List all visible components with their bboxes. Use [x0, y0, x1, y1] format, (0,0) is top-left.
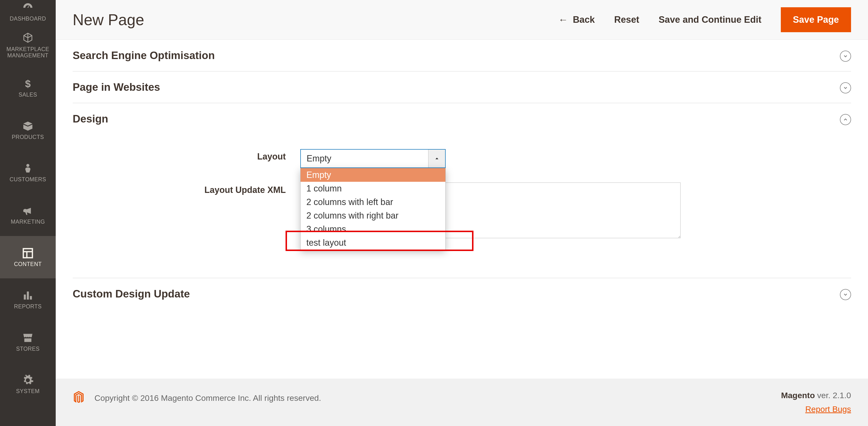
sidebar-item-label: CONTENT	[14, 261, 42, 267]
sidebar-item-label: MARKETPLACE MANAGEMENT	[0, 46, 56, 59]
layout-option-test[interactable]: test layout	[301, 236, 445, 250]
caret-up-icon[interactable]	[428, 150, 445, 167]
version-number: ver. 2.1.0	[815, 391, 851, 400]
sidebar-item-content[interactable]: CONTENT	[0, 236, 56, 278]
reset-button[interactable]: Reset	[614, 14, 640, 25]
megaphone-icon	[22, 205, 34, 217]
layout-icon	[22, 247, 34, 259]
layout-update-xml-label: Layout Update XML	[198, 183, 300, 195]
copyright-text: Copyright © 2016 Magento Commerce Inc. A…	[94, 393, 321, 403]
footer-left: Copyright © 2016 Magento Commerce Inc. A…	[73, 391, 321, 405]
sidebar-item-label: DASHBOARD	[10, 16, 46, 22]
svg-point-1	[26, 164, 30, 167]
svg-rect-5	[24, 295, 26, 300]
chevron-down-icon[interactable]	[840, 82, 851, 93]
svg-rect-2	[23, 249, 32, 258]
section-title: Search Engine Optimisation	[73, 50, 851, 62]
sidebar-item-stores[interactable]: STORES	[0, 321, 56, 363]
layout-label: Layout	[198, 149, 300, 162]
back-button[interactable]: ← Back	[558, 14, 595, 25]
store-icon	[22, 332, 34, 344]
svg-rect-7	[30, 296, 32, 300]
header-actions: ← Back Reset Save and Continue Edit Save…	[558, 7, 851, 32]
sidebar-item-marketing[interactable]: MARKETING	[0, 194, 56, 236]
brand-name: Magento	[781, 391, 815, 400]
form-row-layout: Layout Empty Empty 1 column	[198, 149, 851, 168]
page-header: New Page ← Back Reset Save and Continue …	[56, 0, 868, 40]
sidebar-item-label: REPORTS	[14, 303, 42, 309]
layout-option-3columns[interactable]: 3 columns	[301, 223, 445, 236]
chevron-down-icon[interactable]	[840, 289, 851, 300]
svg-marker-8	[435, 158, 438, 159]
section-custom-design-update[interactable]: Custom Design Update	[73, 278, 851, 309]
layout-option-2col-left[interactable]: 2 columns with left bar	[301, 195, 445, 209]
magento-logo-icon	[73, 391, 85, 405]
sidebar-item-label: SYSTEM	[16, 388, 40, 394]
layout-option-empty[interactable]: Empty	[301, 168, 445, 182]
layout-select-wrap: Empty Empty 1 column 2 columns with left…	[300, 149, 445, 168]
main-content: New Page ← Back Reset Save and Continue …	[56, 0, 868, 426]
sidebar-item-label: SALES	[19, 92, 37, 98]
layout-option-2col-right[interactable]: 2 columns with right bar	[301, 209, 445, 223]
chevron-up-icon[interactable]	[840, 114, 851, 125]
layout-select-value: Empty	[301, 154, 428, 164]
sidebar-item-label: MARKETING	[11, 219, 45, 225]
gear-icon	[22, 374, 34, 386]
sidebar-item-label: CUSTOMERS	[9, 176, 46, 183]
chart-icon	[22, 290, 34, 302]
design-form-body: Layout Empty Empty 1 column	[73, 125, 851, 268]
layout-option-1column[interactable]: 1 column	[301, 182, 445, 195]
save-continue-button[interactable]: Save and Continue Edit	[658, 14, 761, 25]
save-page-button[interactable]: Save Page	[781, 7, 851, 32]
form-content: Search Engine Optimisation Page in Websi…	[56, 40, 868, 379]
arrow-left-icon: ←	[558, 14, 568, 25]
page-title: New Page	[73, 11, 144, 29]
section-title: Design	[73, 113, 851, 125]
sidebar-item-marketplace[interactable]: MARKETPLACE MANAGEMENT	[0, 24, 56, 67]
section-seo[interactable]: Search Engine Optimisation	[73, 40, 851, 71]
form-row-layout-update-xml: Layout Update XML	[198, 183, 851, 239]
footer-right: Magento ver. 2.1.0 Report Bugs	[781, 391, 851, 414]
back-button-label: Back	[573, 14, 595, 25]
dashboard-icon	[22, 2, 34, 14]
section-title: Page in Websites	[73, 81, 851, 93]
svg-rect-6	[27, 291, 29, 299]
footer: Copyright © 2016 Magento Commerce Inc. A…	[56, 379, 868, 426]
sidebar-item-customers[interactable]: CUSTOMERS	[0, 151, 56, 194]
sidebar: DASHBOARD MARKETPLACE MANAGEMENT $ SALES…	[0, 0, 56, 426]
sidebar-item-sales[interactable]: $ SALES	[0, 67, 56, 109]
sidebar-item-label: PRODUCTS	[11, 134, 44, 140]
section-websites[interactable]: Page in Websites	[73, 71, 851, 103]
sidebar-item-products[interactable]: PRODUCTS	[0, 109, 56, 151]
sidebar-item-dashboard[interactable]: DASHBOARD	[0, 0, 56, 24]
layout-select[interactable]: Empty	[300, 149, 445, 168]
svg-text:$: $	[25, 78, 31, 89]
section-title: Custom Design Update	[73, 288, 851, 300]
layout-dropdown: Empty 1 column 2 columns with left bar 2…	[300, 168, 445, 250]
person-icon	[22, 162, 34, 174]
sidebar-item-system[interactable]: SYSTEM	[0, 363, 56, 405]
box-icon	[22, 120, 34, 132]
marketplace-icon	[22, 32, 34, 44]
version-text: Magento ver. 2.1.0	[781, 391, 851, 400]
section-design: Design Layout Empty	[73, 103, 851, 278]
dollar-icon: $	[22, 78, 34, 90]
chevron-down-icon[interactable]	[840, 51, 851, 62]
sidebar-item-reports[interactable]: REPORTS	[0, 278, 56, 321]
sidebar-item-label: STORES	[16, 346, 39, 352]
report-bugs-link[interactable]: Report Bugs	[781, 404, 851, 414]
